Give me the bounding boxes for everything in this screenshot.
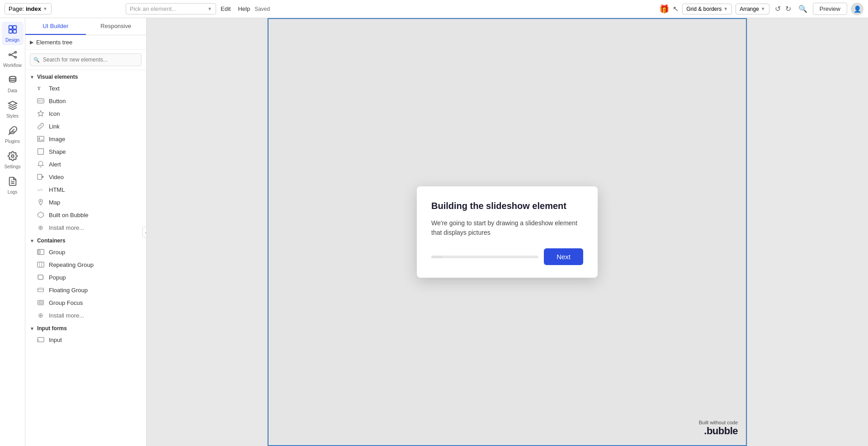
user-avatar[interactable]: 👤 [851, 3, 863, 15]
install-more-containers[interactable]: ⊕ Install more... [25, 309, 146, 322]
element-text[interactable]: T Text [25, 82, 146, 95]
html-label: HTML [49, 186, 65, 193]
elements-tree-toggle[interactable]: ▶ Elements tree [25, 35, 146, 50]
text-element-icon: T [36, 85, 45, 92]
group-element-icon [36, 248, 45, 256]
element-built-on-bubble[interactable]: Built on Bubble [25, 209, 146, 221]
sidebar-item-logs[interactable]: Logs [2, 174, 24, 197]
settings-icon [8, 151, 18, 163]
element-group[interactable]: Group [25, 246, 146, 258]
logs-label: Logs [8, 190, 18, 195]
input-forms-section[interactable]: ▼ Input forms [25, 322, 146, 333]
element-button[interactable]: BTN Button [25, 95, 146, 107]
element-floating-group[interactable]: Floating Group [25, 284, 146, 296]
svg-point-24 [40, 200, 41, 202]
svg-rect-3 [13, 30, 16, 33]
image-label: Image [49, 136, 65, 142]
saved-status: Saved [255, 6, 270, 12]
element-input[interactable]: Input [25, 333, 146, 346]
element-alert[interactable]: Alert [25, 158, 146, 171]
svg-rect-28 [38, 262, 44, 267]
page-label: Page: [9, 5, 24, 12]
visual-elements-section[interactable]: ▼ Visual elements [25, 70, 146, 82]
grid-chevron-icon: ▼ [723, 6, 728, 11]
map-element-icon [36, 199, 45, 206]
element-popup[interactable]: Popup [25, 271, 146, 284]
page-name: index [26, 5, 41, 12]
svg-text:BTN: BTN [38, 100, 43, 102]
visual-chevron-icon: ▼ [30, 75, 34, 80]
page-selector[interactable]: Page: index ▼ [5, 3, 52, 14]
settings-label: Settings [4, 164, 20, 169]
preview-button[interactable]: Preview [813, 3, 847, 15]
element-repeating-group[interactable]: Repeating Group [25, 258, 146, 271]
icon-label: Icon [49, 110, 60, 117]
search-input[interactable] [30, 53, 142, 66]
next-button[interactable]: Next [544, 248, 583, 265]
tab-ui-builder[interactable]: UI Builder [25, 18, 86, 35]
element-group-focus[interactable]: Group Focus [25, 296, 146, 309]
element-shape[interactable]: Shape [25, 145, 146, 158]
elements-list: ▼ Visual elements T Text BTN [25, 70, 146, 446]
element-html[interactable]: </> HTML [25, 183, 146, 196]
undo-button[interactable]: ↺ [773, 3, 783, 15]
sidebar-item-plugins[interactable]: Plugins [2, 123, 24, 147]
gift-icon: 🎁 [659, 4, 669, 14]
floating-group-element-icon [36, 286, 45, 294]
edit-button[interactable]: Edit [218, 4, 233, 14]
help-button[interactable]: Help [235, 4, 253, 14]
svg-text:</>: </> [38, 188, 43, 192]
pick-element-label: Pick an element... [130, 5, 176, 12]
svg-point-12 [11, 155, 14, 157]
built-on-bubble-label: Built on Bubble [49, 212, 88, 218]
text-label: Text [49, 85, 60, 92]
svg-marker-25 [38, 212, 44, 218]
search-button[interactable]: 🔍 [797, 3, 809, 15]
sidebar-item-workflow[interactable]: Workflow [2, 47, 24, 71]
sidebar-item-design[interactable]: Design [2, 22, 24, 45]
input-forms-chevron-icon: ▼ [30, 326, 34, 331]
collapse-panel-button[interactable]: ◀ [142, 227, 146, 237]
canvas-page: Building the slideshow element We're goi… [268, 18, 747, 446]
containers-section[interactable]: ▼ Containers [25, 234, 146, 246]
element-image[interactable]: Image [25, 133, 146, 145]
element-video[interactable]: Video [25, 171, 146, 183]
containers-chevron-icon: ▼ [30, 238, 34, 243]
svg-marker-22 [42, 176, 44, 178]
group-focus-label: Group Focus [49, 299, 83, 306]
logs-icon [8, 176, 18, 189]
link-label: Link [49, 123, 60, 130]
built-on-bubble-icon [36, 211, 45, 218]
svg-rect-0 [9, 26, 12, 29]
sidebar-item-settings[interactable]: Settings [2, 148, 24, 172]
redo-button[interactable]: ↻ [783, 3, 793, 15]
button-label: Button [49, 98, 66, 104]
install-more-containers-label: Install more... [49, 312, 84, 319]
plugins-label: Plugins [5, 139, 20, 144]
element-icon[interactable]: Icon [25, 107, 146, 120]
topbar: Page: index ▼ Pick an element... ▼ Edit … [0, 0, 868, 18]
pick-element-selector[interactable]: Pick an element... ▼ [126, 3, 216, 14]
shape-element-icon [36, 148, 45, 155]
data-label: Data [8, 88, 17, 93]
arrange-button[interactable]: Arrange ▼ [736, 4, 769, 14]
sidebar-item-styles[interactable]: Styles [2, 98, 24, 121]
sidebar-item-data[interactable]: Data [2, 72, 24, 96]
workflow-icon [8, 50, 18, 62]
svg-rect-33 [38, 288, 44, 292]
svg-line-8 [10, 55, 14, 57]
group-label: Group [49, 249, 65, 256]
popup-label: Popup [49, 274, 66, 281]
install-more-visual[interactable]: ⊕ Install more... [25, 221, 146, 234]
svg-rect-1 [13, 26, 16, 29]
panel-tabs: UI Builder Responsive [25, 18, 146, 35]
undo-redo-controls: ↺ ↻ [773, 3, 793, 15]
element-link[interactable]: Link [25, 120, 146, 133]
element-map[interactable]: Map [25, 196, 146, 209]
svg-rect-2 [9, 30, 12, 33]
grid-borders-button[interactable]: Grid & borders ▼ [682, 4, 732, 14]
cursor-icon: ↖ [673, 5, 679, 13]
tab-responsive[interactable]: Responsive [86, 18, 146, 35]
alert-label: Alert [49, 161, 61, 168]
video-element-icon [36, 173, 45, 180]
